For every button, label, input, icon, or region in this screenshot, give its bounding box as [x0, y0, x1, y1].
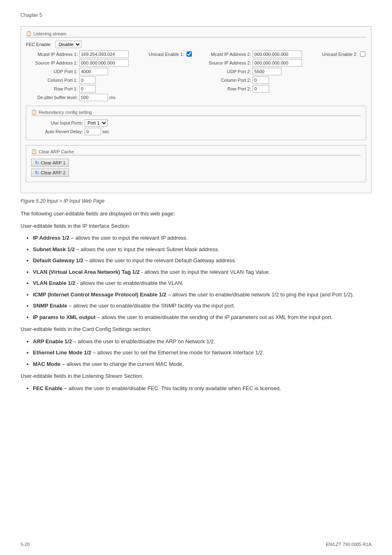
bullet-term: FEC Enable [33, 385, 62, 391]
list-item: ARP Enable 1/2 – allows the user to enab… [33, 338, 371, 346]
card-bullet-list: ARP Enable 1/2 – allows the user to enab… [33, 338, 371, 368]
doc-reference: EN/LZT 790 0005 R1A [326, 542, 371, 547]
unicast2-checkbox[interactable] [360, 51, 365, 57]
unicast1-checkbox[interactable] [187, 51, 192, 57]
udp2-label: UDP Port 2: [199, 69, 253, 74]
arp-icon: 📋 [31, 149, 37, 154]
source2-input[interactable] [253, 59, 302, 67]
col-port2-label: Column Port 2: [199, 78, 253, 83]
listening-icon: 📋 [26, 31, 32, 36]
bullet-desc: – allows the user to change the current … [60, 361, 184, 367]
stream-two-col: Mcast IP Address 1: Source IP Address 1:… [26, 51, 366, 102]
use-input-label: Use Input Ports: [31, 120, 85, 125]
row-port2-label: Row Port 2: [199, 86, 253, 91]
ip-section-header: User-editable fields in the IP Interface… [21, 222, 371, 230]
bullet-desc: – allows the user to enable/disable FEC.… [62, 385, 281, 391]
bullet-term: VLAN (Virtual Local Area Network) Tag 1/… [33, 269, 140, 275]
intro-text: The following user-editable fields are d… [21, 210, 371, 218]
mcast1-label: Mcast IP Address 1: [26, 52, 79, 57]
col-port1-input[interactable] [79, 76, 96, 84]
row-port1-row: Row Port 1: [26, 85, 145, 92]
refresh2-icon: ↻ [35, 170, 39, 176]
list-item: MAC Mode – allows the user to change the… [33, 360, 371, 368]
bullet-term: ICMP (Internet Control Message Protocol)… [33, 291, 166, 298]
bullet-desc: – allows the user to input the relevant … [69, 235, 188, 241]
redundancy-section: 📋 Redundancy config setting Use Input Po… [26, 106, 366, 140]
bullet-desc: – allows the user to enable/disable the … [96, 314, 333, 320]
page-number: 5-20 [21, 542, 30, 547]
redundancy-section-header: 📋 Redundancy config setting [31, 109, 361, 116]
list-item: FEC Enable – allows the user to enable/d… [33, 384, 371, 393]
col-port2-row: Column Port 2: [199, 76, 318, 84]
unicast1-label: Unicast Enable 1: [149, 52, 184, 57]
listening-section-header: 📋 Listening stream [26, 31, 366, 37]
udp2-input[interactable] [253, 68, 281, 75]
redundancy-icon: 📋 [31, 109, 37, 115]
bullet-term: IP params to XML output [33, 314, 96, 320]
list-item: IP Address 1/2 – allows the user to inpu… [33, 234, 371, 242]
bullet-term: IP Address 1/2 [33, 235, 69, 241]
chapter-label: Chapter 5 [21, 12, 371, 18]
clear-arp2-button[interactable]: ↻ Clear ARP 2 [31, 169, 69, 177]
bullet-term: MAC Mode [33, 361, 60, 367]
col-port1-row: Column Port 1: [26, 76, 145, 84]
bullet-term: SNMP Enable [33, 303, 67, 309]
col-port2-input[interactable] [253, 76, 269, 84]
udp1-input[interactable] [79, 68, 108, 75]
listening-section-header-text: User-editable fields in the Listening St… [21, 372, 371, 380]
bullet-desc: – allows the user to enable/disable netw… [166, 291, 354, 298]
list-item: VLAN Enable 1/2 - allows the user to ena… [33, 279, 371, 287]
stream-col-left: Mcast IP Address 1: Source IP Address 1:… [26, 51, 145, 102]
list-item: Subnet Mask 1/2 – allows the user to inp… [33, 245, 371, 254]
row-port2-input[interactable] [253, 85, 269, 92]
auto-revert-input[interactable] [85, 128, 101, 135]
mcast2-label: Mcast IP Address 2: [199, 52, 253, 57]
list-item: Ethernet Line Mode 1/2 – allows the user… [33, 349, 371, 357]
col-port1-label: Column Port 1: [26, 78, 79, 83]
auto-revert-label: Auto Revert Delay: [31, 129, 85, 134]
source2-label: Source IP Address 2: [199, 60, 253, 65]
refresh1-icon: ↻ [35, 160, 39, 166]
use-input-select[interactable]: Port 1 Port 2 [85, 119, 108, 127]
auto-revert-row: Auto Revert Delay: sec [31, 128, 361, 135]
list-item: ICMP (Internet Control Message Protocol)… [33, 291, 371, 299]
unicast2-row: Unicast Enable 2: [322, 51, 366, 57]
bullet-desc: - allows the user to enable/disable the … [75, 280, 183, 286]
row-port1-label: Row Port 1: [26, 86, 79, 91]
mcast1-input[interactable] [79, 51, 129, 58]
list-item: Default Gateway 1/2 – allows the user to… [33, 257, 371, 265]
dejitter-input[interactable] [79, 94, 108, 101]
figure-caption: Figure 5.20 Input > IP Input Web Page [21, 198, 371, 204]
source2-row: Source IP Address 2: [199, 59, 318, 67]
fec-enable-label: FEC Enable: [26, 42, 51, 47]
mcast1-row: Mcast IP Address 1: [26, 51, 145, 58]
listening-bullet-list: FEC Enable – allows the user to enable/d… [33, 384, 371, 393]
bullet-desc: – allows the user to enable/disable the … [72, 338, 215, 345]
dejitter-row: De-jitter buffer level: ms [26, 94, 145, 101]
arp-section: 📋 Clear ARP Cache ↻ Clear ARP 1 ↻ Clear … [26, 145, 366, 182]
source1-label: Source IP Address 1: [26, 60, 79, 65]
list-item: VLAN (Virtual Local Area Network) Tag 1/… [33, 268, 371, 276]
udp1-label: UDP Port 1: [26, 69, 79, 74]
mcast2-input[interactable] [253, 51, 302, 58]
row-port1-input[interactable] [79, 85, 96, 92]
unicast2-area: Unicast Enable 2: [322, 51, 366, 102]
list-item: IP params to XML output – allows the use… [33, 313, 371, 321]
fec-enable-select[interactable]: Disable Enable [55, 41, 81, 48]
bullet-term: Ethernet Line Mode 1/2 [33, 349, 91, 356]
source1-input[interactable] [79, 59, 129, 67]
bullet-term: ARP Enable 1/2 [33, 338, 72, 345]
unicast1-row: Unicast Enable 1: [149, 51, 193, 57]
bullet-term: Subnet Mask 1/2 [33, 246, 75, 252]
bullet-desc: – allows the user to set the Ethernet li… [91, 349, 264, 356]
udp2-row: UDP Port 2: [199, 68, 318, 75]
fec-row: FEC Enable: Disable Enable [26, 41, 366, 48]
screenshot-box: 📋 Listening stream FEC Enable: Disable E… [21, 26, 371, 193]
listening-stream-section: 📋 Listening stream FEC Enable: Disable E… [26, 31, 366, 102]
mcast2-row: Mcast IP Address 2: [199, 51, 318, 58]
clear-arp1-button[interactable]: ↻ Clear ARP 1 [31, 159, 69, 167]
ms-label: ms [109, 95, 115, 100]
bullet-term: VLAN Enable 1/2 [33, 280, 75, 286]
card-section-header: User-editable fields in the Card Config … [21, 325, 371, 333]
ip-bullet-list: IP Address 1/2 – allows the user to inpu… [33, 234, 371, 321]
